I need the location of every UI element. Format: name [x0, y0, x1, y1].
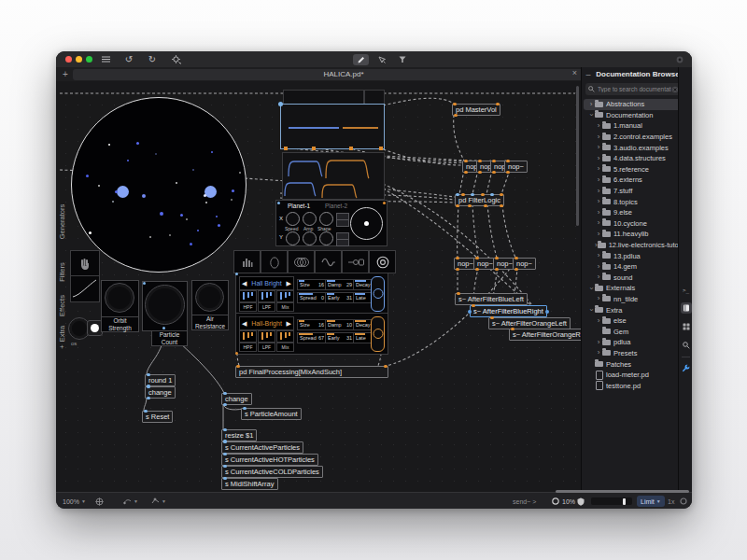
chevron-right-icon[interactable]: ›: [595, 252, 602, 259]
outlet-signal[interactable]: [484, 204, 487, 207]
outlet-signal[interactable]: [514, 268, 518, 271]
inlet-signal[interactable]: [500, 193, 503, 196]
order-dropdown[interactable]: ▼: [151, 493, 166, 509]
xy-pad[interactable]: [350, 207, 383, 240]
chevron-right-icon[interactable]: ›: [595, 209, 602, 217]
outlet-signal[interactable]: [495, 268, 499, 271]
reverb-preset-selector[interactable]: ◀Hall Bright▶: [239, 276, 294, 290]
inlet-data[interactable]: [223, 441, 227, 443]
tree-item-3-audio-examples[interactable]: ›3.audio.examples: [584, 142, 684, 153]
send-indicator[interactable]: send~ >: [513, 493, 536, 509]
outlet-signal[interactable]: [456, 268, 459, 271]
inlet-signal[interactable]: [456, 257, 459, 259]
presentation-mode-button[interactable]: [394, 54, 410, 65]
param-spread[interactable]: Spread67: [297, 332, 327, 343]
y-shape-knob[interactable]: [319, 231, 333, 245]
outlet-signal[interactable]: [468, 204, 472, 207]
chevron-right-icon[interactable]: ›: [595, 317, 602, 325]
oversample-button[interactable]: 1x: [668, 493, 674, 509]
object-pd-finalprocessing-mixandsuch-[interactable]: pd FinalProcessing[MixAndSuch]: [235, 366, 388, 378]
palette-tab-generators[interactable]: Generators: [56, 201, 68, 242]
wave-icon[interactable]: [315, 250, 342, 273]
chevron-right-icon[interactable]: ›: [595, 188, 602, 195]
record-icon[interactable]: [680, 493, 687, 509]
chevron-right-icon[interactable]: ›: [595, 176, 602, 184]
reverb-preset-selector[interactable]: ◀Hall-Bright▶: [239, 316, 294, 330]
outlet-signal[interactable]: [475, 268, 479, 271]
chevron-down-icon[interactable]: ›: [587, 306, 595, 314]
egg-icon[interactable]: [261, 250, 288, 273]
tree-item-nn-tilde[interactable]: ›nn_tilde: [584, 294, 684, 305]
inlet-signal[interactable]: [492, 160, 496, 162]
reverb-level-knob[interactable]: [373, 288, 383, 299]
edit-mode-button[interactable]: [353, 54, 369, 65]
chevron-right-icon[interactable]: ›: [595, 198, 602, 205]
tree-item-7-stuff[interactable]: ›7.stuff: [584, 186, 684, 197]
param-early[interactable]: Early31: [325, 332, 355, 343]
particle-orbit-display[interactable]: [71, 97, 247, 273]
inlet-signal[interactable]: [464, 160, 468, 162]
tree-item-4-data-structures[interactable]: ›4.data.structures: [584, 153, 684, 164]
tree-item-13-pdlua[interactable]: ›13.pdlua: [584, 250, 684, 261]
inlet-data[interactable]: [223, 465, 227, 468]
tree-item-presets[interactable]: ›Presets: [584, 348, 684, 359]
inlet-signal[interactable]: [496, 103, 500, 105]
param-early[interactable]: Early31: [325, 292, 355, 303]
object-change[interactable]: change: [221, 393, 252, 405]
inlet-signal[interactable]: [384, 365, 388, 368]
documentation-search-input[interactable]: Type to search documentation: [585, 83, 682, 95]
inlet-data[interactable]: [456, 193, 459, 196]
tree-item-sound[interactable]: ›sound: [584, 273, 684, 284]
chevron-right-icon[interactable]: ›: [595, 155, 602, 162]
object-pd-mastervol[interactable]: pd MasterVol: [452, 104, 500, 116]
y-speed-knob[interactable]: [286, 231, 300, 245]
inlet-signal[interactable]: [506, 160, 510, 162]
outlet-signal[interactable]: [454, 114, 458, 117]
inlet-data[interactable]: [490, 193, 494, 196]
inlet-signal[interactable]: [511, 328, 514, 330]
hpf-slider[interactable]: [239, 290, 257, 302]
object-s-currentactiveparticles[interactable]: s CurrentActiveParticles: [221, 441, 303, 454]
new-tab-button[interactable]: +: [60, 67, 71, 81]
speaker-icon[interactable]: [369, 250, 396, 273]
outlet-signal[interactable]: [478, 171, 482, 174]
chevron-right-icon[interactable]: ›: [587, 101, 595, 108]
x-toggle[interactable]: [336, 219, 349, 227]
object-s-afterfilterorangeright[interactable]: s~ AfterFilterOrangeRight: [509, 329, 581, 341]
chevron-down-icon[interactable]: ›: [587, 111, 595, 119]
inlet-signal[interactable]: [457, 292, 460, 295]
close-window-button[interactable]: [65, 56, 72, 63]
lpf-slider[interactable]: [258, 290, 275, 302]
outlet-data[interactable]: [147, 397, 150, 399]
resize-handle[interactable]: [284, 147, 288, 150]
object-s-afterfilterblueright[interactable]: s~ AfterFilterBlueRight: [470, 305, 547, 317]
object-s-afterfilterblueleft[interactable]: s~ AfterFilterBlueLeft: [455, 293, 528, 305]
inlet-data[interactable]: [243, 407, 247, 410]
inlet-signal[interactable]: [478, 160, 482, 162]
plugdata-logo-icon[interactable]: [674, 53, 685, 65]
tree-item-gem[interactable]: Gem: [584, 326, 684, 337]
chevron-right-icon[interactable]: ›: [595, 263, 602, 271]
x-shape-knob[interactable]: [319, 212, 333, 226]
mix-slider[interactable]: [276, 290, 294, 302]
orbit-strength-knob[interactable]: [105, 283, 134, 313]
chevron-right-icon[interactable]: ›: [595, 133, 602, 141]
prev-preset-button[interactable]: ◀: [240, 320, 248, 328]
resize-handle[interactable]: [379, 147, 383, 150]
mix-slider[interactable]: [276, 330, 294, 343]
next-preset-button[interactable]: ▶: [285, 280, 293, 287]
object-resize-1[interactable]: resize $1: [221, 429, 257, 441]
vertical-scrollbar[interactable]: [576, 86, 579, 226]
object-s-reset[interactable]: s Reset: [142, 411, 173, 423]
resize-handle[interactable]: [349, 147, 353, 150]
message-box[interactable]: [364, 90, 385, 105]
close-tab-button[interactable]: ×: [572, 67, 577, 78]
patch-canvas[interactable]: GeneratorsFiltersEffectsExtra+ os OrbitS…: [56, 81, 581, 492]
inlet-data[interactable]: [144, 410, 148, 413]
volume-slider-handle[interactable]: [623, 498, 626, 505]
param-size[interactable]: Size16: [297, 279, 327, 290]
level-graph-panel[interactable]: [280, 104, 385, 149]
chevron-right-icon[interactable]: ›: [595, 349, 602, 357]
undo-button[interactable]: ↺: [123, 53, 134, 65]
tree-item-2-control-examples[interactable]: ›2.control.examples: [584, 132, 684, 143]
